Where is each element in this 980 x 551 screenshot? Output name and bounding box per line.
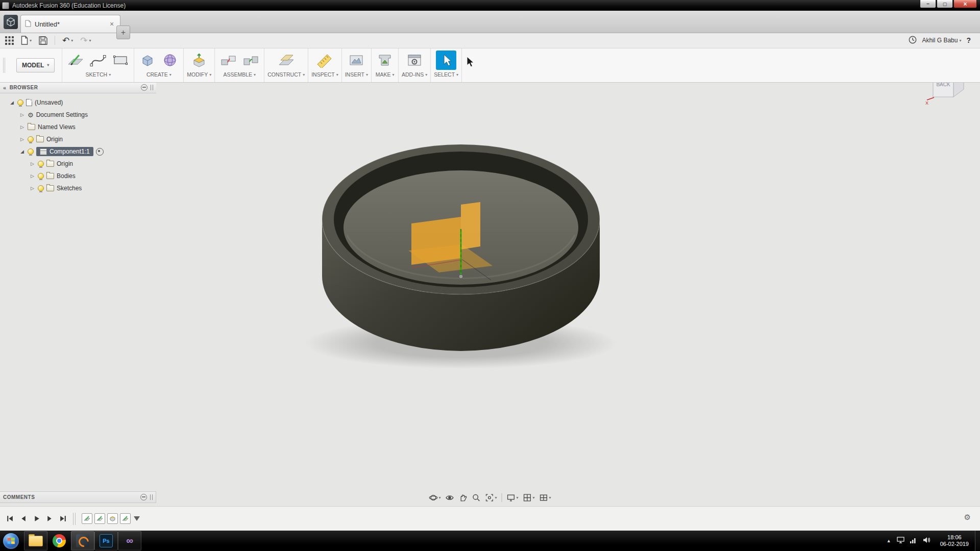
joint-button[interactable] [240, 51, 261, 70]
orbit-button[interactable] [429, 493, 440, 502]
ribbon-group-label-assemble[interactable]: ASSEMBLE [223, 71, 256, 78]
activate-component-radio[interactable] [96, 148, 104, 156]
sketch-rectangle-button[interactable] [110, 51, 131, 70]
tab-untitled[interactable]: Untitled* [20, 15, 120, 33]
make-3d-print-button[interactable] [375, 51, 395, 70]
visibility-bulb-icon[interactable] [38, 185, 44, 191]
tree-item-component-origin[interactable]: Origin [0, 158, 156, 170]
play-button[interactable] [33, 515, 40, 522]
file-explorer-icon[interactable] [24, 531, 47, 550]
tab-close-icon[interactable] [108, 20, 116, 28]
tree-item-sketches[interactable]: Sketches [0, 182, 156, 194]
toolbar-grip[interactable] [3, 58, 5, 73]
start-button[interactable] [3, 533, 19, 549]
help-icon[interactable] [966, 36, 971, 44]
close-button[interactable] [953, 0, 977, 8]
expand-arrow-icon[interactable] [19, 137, 25, 142]
look-at-button[interactable] [445, 493, 454, 502]
expand-arrow-icon[interactable] [19, 124, 25, 130]
visibility-bulb-icon[interactable] [28, 148, 34, 155]
ribbon-group-label-sketch[interactable]: SKETCH [86, 71, 111, 78]
press-pull-button[interactable] [189, 51, 209, 70]
fit-button[interactable] [485, 493, 497, 502]
taskbar-clock[interactable]: 18:06 06-02-2019 [936, 534, 973, 547]
expand-arrow-icon[interactable] [30, 173, 35, 179]
display-settings-button[interactable] [506, 493, 518, 502]
ribbon-group-label-create[interactable]: CREATE [146, 71, 172, 78]
expand-arrow-icon[interactable] [19, 112, 25, 117]
comments-toggle-icon[interactable] [140, 494, 147, 500]
timeline-sketch2-icon[interactable] [94, 513, 105, 524]
expand-arrow-icon[interactable] [19, 149, 25, 154]
tree-item-document-settings[interactable]: Document Settings [0, 109, 156, 121]
app-grid-icon[interactable] [5, 36, 14, 45]
create-form-button[interactable] [160, 51, 180, 70]
redo-button[interactable] [80, 36, 91, 45]
comments-bar[interactable]: COMMENTS [0, 491, 156, 503]
collapse-panel-icon[interactable] [3, 85, 7, 91]
visibility-bulb-icon[interactable] [38, 173, 44, 179]
hidden-icons-caret[interactable] [887, 538, 891, 543]
network-icon[interactable] [910, 536, 917, 545]
origin-point[interactable] [459, 274, 463, 279]
timeline-playhead-marker[interactable] [134, 516, 140, 524]
undo-button[interactable] [62, 36, 73, 45]
ribbon-group-label-make[interactable]: MAKE [376, 71, 395, 78]
construction-plane-button[interactable] [276, 51, 297, 70]
grid-snap-button[interactable] [523, 493, 535, 502]
fusion-360-taskbar-icon[interactable] [71, 531, 94, 550]
photoshop-icon[interactable]: Ps [94, 531, 118, 550]
chrome-icon[interactable] [47, 531, 71, 550]
minimize-button[interactable] [920, 0, 936, 8]
preferences-gear-icon[interactable] [964, 513, 971, 522]
ribbon-group-label-addins[interactable]: ADD-INS [402, 71, 427, 78]
tree-item-unsaved[interactable]: (Unsaved) [0, 96, 156, 109]
browser-header[interactable]: BROWSER [0, 82, 156, 93]
tree-item-named-views[interactable]: Named Views [0, 121, 156, 133]
user-account-menu[interactable]: Akhil G Babu [922, 37, 961, 44]
visibility-bulb-icon[interactable] [28, 136, 34, 142]
create-sketch-button[interactable] [65, 51, 86, 70]
insert-canvas-button[interactable] [346, 51, 366, 70]
visibility-bulb-icon[interactable] [38, 161, 44, 167]
extrude-button[interactable] [137, 51, 158, 70]
pc-status-icon[interactable] [897, 536, 904, 545]
skip-to-start-button[interactable] [6, 515, 14, 522]
ribbon-group-label-select[interactable]: SELECT [434, 71, 458, 78]
timeline-sketch1-icon[interactable] [82, 513, 92, 524]
panel-resize-grip[interactable] [151, 85, 153, 90]
zoom-button[interactable] [472, 493, 480, 502]
step-forward-button[interactable] [46, 515, 54, 522]
new-tab-button[interactable] [116, 26, 130, 39]
ribbon-group-label-construct[interactable]: CONSTRUCT [267, 71, 305, 78]
file-menu-button[interactable] [21, 36, 32, 45]
timeline-divider-grip[interactable] [73, 513, 76, 525]
save-button[interactable] [39, 36, 47, 45]
fusion-logo-icon[interactable] [4, 15, 18, 29]
maximize-button[interactable] [937, 0, 953, 8]
expand-arrow-icon[interactable] [30, 161, 35, 166]
visual-studio-icon[interactable] [118, 531, 141, 550]
skip-to-end-button[interactable] [59, 515, 67, 522]
tree-item-origin[interactable]: Origin [0, 133, 156, 145]
measure-button[interactable] [314, 51, 335, 70]
ribbon-group-label-inspect[interactable]: INSPECT [311, 71, 338, 78]
selected-item-highlight[interactable]: Component1:1 [36, 147, 93, 156]
ribbon-group-label-modify[interactable]: MODIFY [187, 71, 211, 78]
pan-button[interactable] [458, 493, 467, 502]
show-desktop-button[interactable] [975, 531, 980, 551]
timeline-extrude-icon[interactable] [107, 513, 118, 524]
workspace-selector[interactable]: MODEL [16, 58, 55, 72]
volume-icon[interactable] [923, 536, 930, 545]
expand-arrow-icon[interactable] [9, 100, 15, 105]
sketch-spline-button[interactable] [88, 51, 108, 70]
visibility-bulb-icon[interactable] [17, 99, 23, 106]
tree-item-component1[interactable]: Component1:1 [0, 145, 156, 158]
new-component-button[interactable] [218, 51, 238, 70]
tree-item-bodies[interactable]: Bodies [0, 170, 156, 182]
ribbon-group-label-insert[interactable]: INSERT [345, 71, 368, 78]
job-status-clock-icon[interactable] [909, 36, 917, 45]
timeline-sketch3-icon[interactable] [120, 513, 131, 524]
expand-arrow-icon[interactable] [30, 186, 35, 191]
panel-display-mode-icon[interactable] [141, 84, 148, 91]
